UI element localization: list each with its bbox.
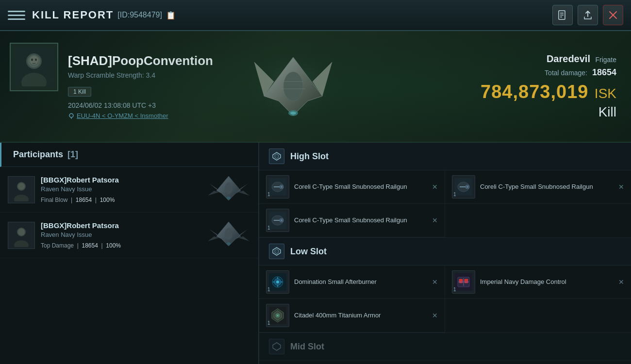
participant-ship: Raven Navy Issue [41,185,201,193]
item-name: Coreli C-Type Small Snubnosed Railgun [294,216,425,225]
slot-item: 1 Imperial Navy Damage Control ✕ [445,265,631,299]
participant-name: [BBGX]Robert Patsora [41,176,201,184]
isk-container: 784,873,019 ISK [481,82,616,102]
item-icon: 1 [266,209,289,232]
report-id: [ID:9548479] [117,11,162,19]
svg-rect-56 [465,279,468,283]
item-qty: 1 [267,320,270,326]
item-qty: 1 [453,192,456,197]
item-name: Imperial Navy Damage Control [480,278,612,286]
slot-item: 1 Coreli C-Type Small Snubnosed Railgun … [445,170,631,204]
stat-label: Top Damage [41,242,74,249]
stat-label: Final Blow [41,197,67,203]
high-slot-icon [269,149,284,164]
participant-ship-img [207,174,250,205]
more-slots-icon [269,339,284,354]
item-name: Coreli C-Type Small Snubnosed Railgun [294,182,425,191]
item-remove[interactable]: ✕ [618,183,624,191]
participant-avatar [8,222,35,249]
participants-panel: Participants [1] [BBGX]Robert Patsora Ra… [0,143,259,364]
item-qty: 1 [453,287,456,292]
header-actions [552,5,623,25]
damage-label: Total damage: 18654 [481,67,616,78]
hero-right-panel: Daredevil Frigate Total damage: 18654 78… [481,53,616,120]
slot-item: 1 Coreli C-Type Small Snubnosed Railgun … [259,204,445,237]
copy-icon[interactable]: 📋 [166,11,176,20]
participant-name: [BBGX]Robert Patsora [41,221,201,230]
svg-point-26 [227,197,231,199]
report-button[interactable] [552,5,573,25]
more-slots-header: Mid Slot [259,333,631,361]
page-title: KILL REPORT [32,9,114,21]
high-slot-items: 1 Coreli C-Type Small Snubnosed Railgun … [259,170,631,237]
participant-stats: Final Blow | 18654 | 100% [41,197,201,203]
participant-ship: Raven Navy Issue [41,231,201,238]
item-icon: 1 [266,175,289,199]
item-name: Domination Small Afterburner [294,278,425,286]
high-slot-header: High Slot [259,143,631,170]
svg-point-38 [281,186,282,188]
slot-item: 1 Citadel 400mm Titanium Armor ✕ [259,299,445,332]
low-slot-icon [269,244,284,259]
ship-name: Daredevil [547,53,590,64]
item-qty: 1 [267,287,270,292]
low-slot-header: Low Slot [259,238,631,265]
header: KILL REPORT [ID:9548479] 📋 [0,0,631,31]
svg-marker-64 [273,343,281,350]
svg-point-25 [225,182,232,194]
item-icon: 1 [266,270,289,294]
item-name: Coreli C-Type Small Snubnosed Railgun [480,182,612,191]
item-icon: 1 [452,175,475,199]
ship-illustration [225,38,361,135]
high-slot-title: High Slot [290,151,329,162]
participant-avatar [8,176,35,203]
stat-percent: 100% [100,197,115,203]
svg-point-30 [18,229,25,235]
item-remove[interactable]: ✕ [432,278,438,286]
participants-title-text: Participants [13,149,63,159]
stat-percent: 100% [106,242,121,249]
total-damage-label: Total damage: [545,69,587,77]
svg-point-52 [276,281,279,283]
low-slot-items: 1 Domination Small Afterburner ✕ [259,265,631,332]
menu-icon[interactable] [8,6,25,24]
item-icon: 1 [452,270,475,294]
slot-item: 1 Domination Small Afterburner ✕ [259,265,445,299]
svg-point-24 [18,183,25,190]
item-remove[interactable]: ✕ [432,183,438,191]
export-button[interactable] [578,5,598,25]
svg-point-31 [225,228,232,240]
total-damage-value: 18654 [592,67,616,77]
low-slot-section: Low Slot 1 Domination S [259,238,631,333]
participant-card: [BBGX]Robert Patsora Raven Navy Issue To… [0,213,258,258]
high-slot-section: High Slot 1 Coreli C-Ty [259,143,631,238]
outcome-label: Kill [481,104,616,120]
participant-card: [BBGX]Robert Patsora Raven Navy Issue Fi… [0,167,258,213]
item-remove[interactable]: ✕ [618,278,624,286]
close-button[interactable] [603,5,623,25]
stat-damage: 18654 [76,197,92,203]
item-remove[interactable]: ✕ [432,312,438,319]
svg-point-46 [281,219,282,221]
slot-item: 1 Coreli C-Type Small Snubnosed Railgun … [259,170,445,204]
svg-marker-48 [275,249,279,254]
isk-value: 784,873,019 [481,82,588,102]
item-remove[interactable]: ✕ [432,216,438,224]
svg-rect-55 [459,279,463,283]
participant-stats: Top Damage | 18654 | 100% [41,242,201,249]
stat-damage: 18654 [82,242,98,249]
svg-marker-34 [275,154,279,159]
participant-ship-img [207,219,250,251]
item-qty: 1 [267,225,270,231]
participants-count: [1] [67,149,78,159]
isk-label: ISK [595,86,616,101]
participant-info: [BBGX]Robert Patsora Raven Navy Issue Fi… [41,176,201,203]
svg-point-18 [290,112,296,115]
svg-point-16 [283,72,303,101]
low-slot-title: Low Slot [290,247,327,257]
participants-header: Participants [1] [0,143,258,167]
ship-class: Frigate [595,56,616,64]
participant-info: [BBGX]Robert Patsora Raven Navy Issue To… [41,221,201,249]
participants-title: Participants [1] [13,149,78,160]
item-name: Citadel 400mm Titanium Armor [294,311,425,320]
